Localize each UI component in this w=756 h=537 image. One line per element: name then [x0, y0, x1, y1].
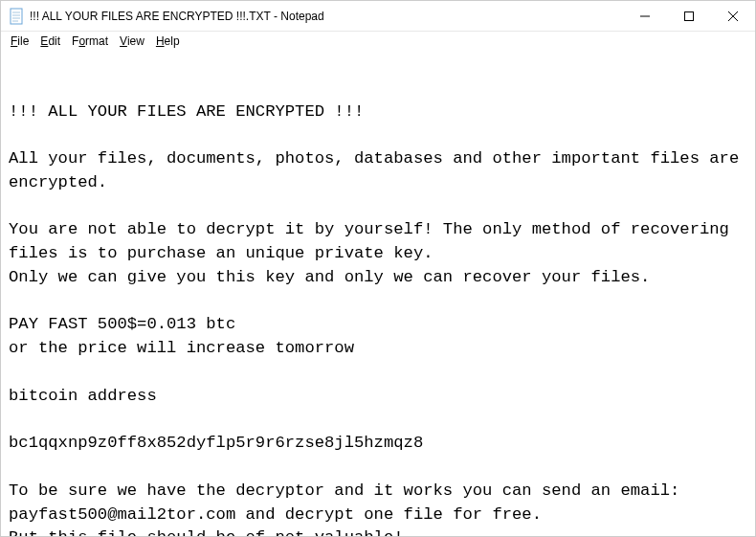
svg-rect-6 [685, 11, 694, 20]
window-controls [623, 1, 755, 31]
menu-format[interactable]: Format [66, 33, 114, 50]
maximize-button[interactable] [667, 1, 711, 31]
document-text: !!! ALL YOUR FILES ARE ENCRYPTED !!! All… [9, 101, 747, 537]
menubar: File Edit Format View Help [1, 32, 755, 51]
menu-edit[interactable]: Edit [34, 33, 66, 50]
window-title: !!! ALL YOUR FILES ARE ENCRYPTED !!!.TXT… [30, 10, 623, 23]
editor-content[interactable]: !!! ALL YOUR FILES ARE ENCRYPTED !!! All… [1, 51, 755, 537]
close-button[interactable] [711, 1, 755, 31]
notepad-icon [9, 7, 24, 26]
svg-rect-0 [11, 9, 22, 24]
menu-help[interactable]: Help [150, 33, 186, 50]
titlebar: !!! ALL YOUR FILES ARE ENCRYPTED !!!.TXT… [1, 1, 755, 32]
menu-file[interactable]: File [5, 33, 34, 50]
minimize-button[interactable] [623, 1, 667, 31]
menu-view[interactable]: View [114, 33, 150, 50]
